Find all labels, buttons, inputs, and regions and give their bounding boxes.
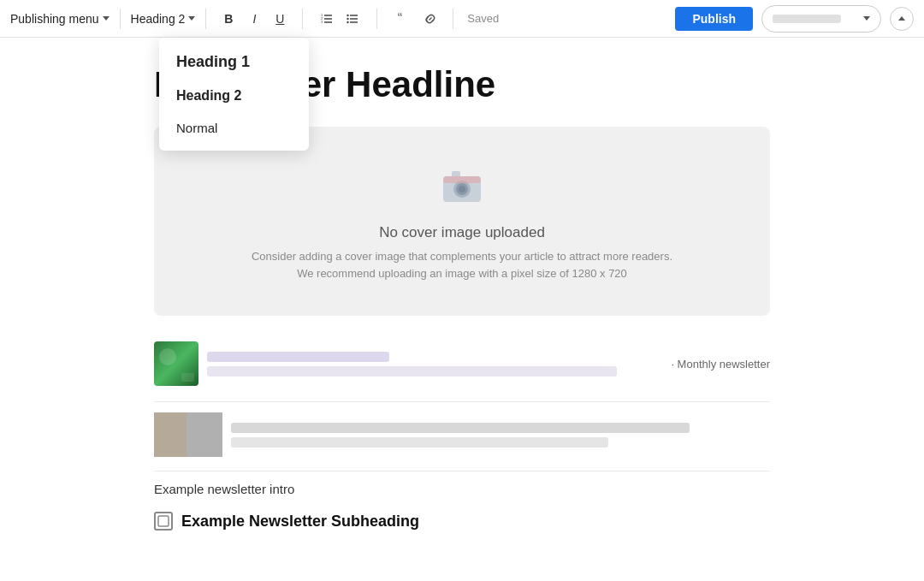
toolbar-divider-4	[376, 9, 377, 29]
toolbar-divider-1	[120, 9, 121, 29]
collapse-button[interactable]	[890, 7, 914, 31]
content-divider	[154, 401, 770, 402]
content-divider-2	[154, 471, 770, 471]
newsletter-label: · Monthly newsletter	[671, 358, 770, 371]
svg-point-8	[347, 21, 349, 22]
saved-status: Saved	[467, 12, 499, 25]
toolbar: Publishing menu Heading 2 B I U 1 2 3	[0, 0, 924, 38]
svg-point-15	[459, 186, 465, 193]
audience-dropdown-value	[773, 15, 841, 23]
underline-button[interactable]: U	[268, 7, 292, 31]
heading-select[interactable]: Heading 2	[131, 12, 196, 26]
svg-point-7	[347, 17, 349, 19]
content-row-1: · Monthly newsletter	[154, 341, 770, 386]
quote-button[interactable]: “	[388, 7, 412, 31]
svg-text:3: 3	[321, 20, 323, 24]
heading-dropdown: Heading 1 Heading 2 Normal	[159, 38, 309, 151]
subheading-icon	[154, 512, 173, 531]
no-cover-title: No cover image uploaded	[379, 224, 545, 241]
no-cover-desc-line2: We recommend uploading an image with a p…	[297, 265, 627, 282]
content-bar-light	[231, 423, 690, 433]
link-button[interactable]	[418, 7, 442, 31]
list-buttons: 1 2 3	[315, 7, 364, 31]
collapse-icon	[898, 16, 905, 21]
color-block-tan	[154, 412, 187, 457]
italic-button[interactable]: I	[242, 7, 266, 31]
content-bars-1	[207, 352, 662, 376]
content-bar-purple	[207, 352, 389, 362]
publishing-menu-label: Publishing menu	[10, 12, 99, 26]
svg-point-6	[347, 14, 349, 15]
unordered-list-button[interactable]	[341, 7, 364, 31]
example-subheading-text: Example Newsletter Subheading	[181, 513, 419, 531]
heading-select-chevron-icon	[188, 16, 195, 21]
color-block-gray	[187, 412, 222, 457]
no-cover-desc-line1: Consider adding a cover image that compl…	[252, 248, 672, 265]
content-bar-long	[207, 366, 617, 376]
toolbar-divider-2	[205, 9, 206, 29]
heading-select-label: Heading 2	[131, 12, 186, 26]
toolbar-divider-5	[453, 9, 453, 29]
toolbar-right: Publish	[675, 5, 914, 33]
audience-dropdown[interactable]	[761, 5, 881, 33]
heading-dropdown-item-2[interactable]: Heading 2	[159, 80, 309, 112]
content-row-2	[154, 412, 770, 457]
example-subheading-row: Example Newsletter Subheading	[154, 512, 770, 531]
toolbar-divider-3	[302, 9, 303, 29]
publish-button[interactable]: Publish	[675, 7, 753, 31]
heading-dropdown-item-1[interactable]: Heading 1	[159, 44, 309, 80]
main-content: Newsletter Headline	[0, 38, 924, 581]
content-bars-2	[222, 423, 770, 448]
format-buttons: B I U	[216, 7, 292, 31]
bold-button[interactable]: B	[216, 7, 240, 31]
content-bar-lighter	[231, 437, 608, 448]
example-intro: Example newsletter intro	[154, 482, 770, 496]
cover-image-section[interactable]: No cover image uploaded Consider adding …	[154, 127, 770, 316]
publishing-menu-chevron-icon	[103, 16, 110, 21]
camera-icon	[438, 161, 486, 212]
publishing-menu-button[interactable]: Publishing menu	[10, 12, 110, 26]
audience-dropdown-chevron-icon	[863, 16, 870, 21]
ordered-list-button[interactable]: 1 2 3	[315, 7, 339, 31]
svg-rect-17	[443, 176, 481, 183]
heading-dropdown-item-normal[interactable]: Normal	[159, 112, 309, 144]
svg-rect-18	[158, 516, 169, 526]
thumbnail-image	[154, 341, 198, 386]
